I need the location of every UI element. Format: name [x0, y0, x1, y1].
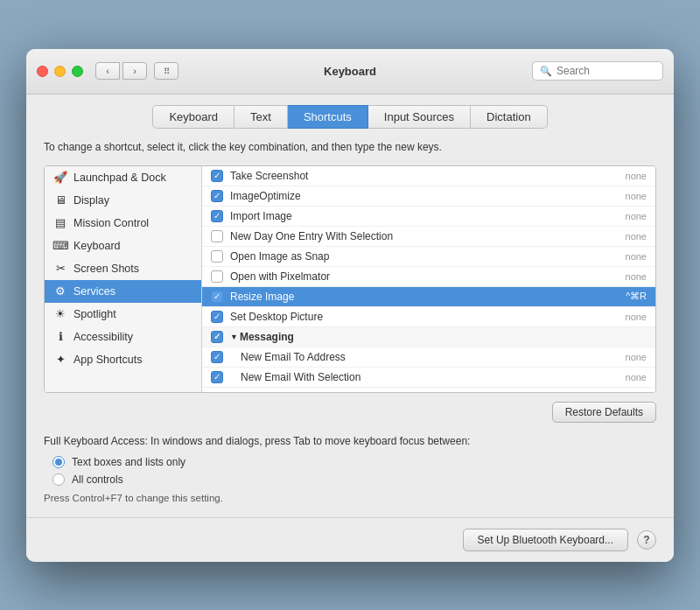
keyboard-icon: ⌨ [53, 239, 67, 253]
sidebar-label-app-shortcuts: App Shortcuts [74, 354, 143, 366]
sidebar-item-app-shortcuts[interactable]: ✦ App Shortcuts [45, 348, 201, 371]
shortcut-key-take-screenshot: none [626, 171, 647, 181]
radio-all-controls-circle [52, 473, 65, 486]
tab-text[interactable]: Text [234, 105, 288, 129]
shortcut-key-open-image-snap: none [626, 251, 647, 262]
bluetooth-button[interactable]: Set Up Bluetooth Keyboard... [463, 529, 628, 551]
shortcut-row-set-desktop[interactable]: ✓ Set Desktop Picture none [202, 307, 655, 327]
instruction-text: To change a shortcut, select it, click t… [44, 141, 656, 153]
shortcut-name-messaging: Messaging [240, 331, 647, 343]
full-keyboard-section: Full Keyboard Access: In windows and dia… [44, 435, 656, 503]
bottom-bar: Set Up Bluetooth Keyboard... ? [26, 517, 674, 562]
shortcut-row-resize-image[interactable]: ✓ Resize Image ^⌘R [202, 287, 655, 307]
checkbox-set-desktop[interactable]: ✓ [211, 311, 223, 323]
sidebar-item-services[interactable]: ⚙ Services [45, 280, 201, 303]
sidebar-label-keyboard: Keyboard [74, 240, 121, 252]
checkbox-image-optimize[interactable]: ✓ [211, 190, 223, 202]
checkbox-new-email-address[interactable]: ✓ [211, 351, 223, 363]
mission-control-icon: ▤ [53, 216, 67, 230]
shortcut-key-new-day-one: none [626, 231, 647, 242]
shortcut-key-import-image: none [626, 211, 647, 221]
radio-text-boxes-label: Text boxes and lists only [72, 456, 186, 468]
shortcut-key-resize-image: ^⌘R [626, 291, 647, 302]
search-icon: 🔍 [540, 66, 552, 77]
back-button[interactable]: ‹ [95, 62, 120, 80]
shortcut-row-open-pixelmator[interactable]: Open with Pixelmator none [202, 267, 655, 287]
sidebar-label-spotlight: Spotlight [74, 308, 116, 320]
help-button[interactable]: ? [637, 530, 656, 550]
sidebar-label-launchpad: Launchpad & Dock [74, 172, 166, 184]
shortcut-name-open-image-snap: Open Image as Snap [230, 250, 626, 263]
checkbox-open-pixelmator[interactable] [211, 270, 223, 283]
tab-dictation[interactable]: Dictation [471, 105, 548, 129]
tab-input-sources[interactable]: Input Sources [368, 105, 471, 129]
radio-group: Text boxes and lists only All controls [52, 456, 656, 486]
display-icon: 🖥 [53, 193, 67, 207]
sidebar: 🚀 Launchpad & Dock 🖥 Display ▤ Mission C… [45, 166, 202, 392]
shortcut-row-open-image-snap[interactable]: Open Image as Snap none [202, 247, 655, 267]
shortcut-key-new-email-selection: none [626, 372, 647, 382]
shortcut-row-messaging[interactable]: ✓ ▼ Messaging [202, 327, 655, 347]
sidebar-item-launchpad[interactable]: 🚀 Launchpad & Dock [45, 166, 201, 189]
shortcut-row-new-email-address[interactable]: ✓ New Email To Address none [202, 347, 655, 368]
forward-button[interactable]: › [122, 62, 147, 80]
radio-all-controls[interactable]: All controls [52, 473, 656, 486]
tab-shortcuts[interactable]: Shortcuts [288, 105, 368, 129]
shortcut-list: ✓ Take Screenshot none ✓ ImageOptimize n… [202, 166, 655, 392]
sidebar-item-display[interactable]: 🖥 Display [45, 189, 201, 212]
radio-text-boxes-circle [52, 456, 65, 468]
back-icon: ‹ [106, 66, 109, 76]
nav-buttons: ‹ › [95, 62, 147, 80]
window-title: Keyboard [324, 65, 376, 78]
search-input[interactable] [556, 65, 655, 77]
screenshots-icon: ✂ [53, 262, 67, 276]
sidebar-label-screenshots: Screen Shots [74, 263, 139, 275]
radio-all-controls-label: All controls [72, 473, 123, 486]
shortcut-name-new-email-address: New Email To Address [230, 351, 626, 363]
spotlight-icon: ☀ [53, 307, 67, 321]
shortcut-row-new-email-selection[interactable]: ✓ New Email With Selection none [202, 368, 655, 388]
accessibility-icon: ℹ [53, 330, 67, 344]
shortcut-key-set-desktop: none [626, 312, 647, 322]
shortcut-name-new-day-one: New Day One Entry With Selection [230, 230, 626, 242]
minimize-button[interactable] [54, 66, 66, 77]
sidebar-label-display: Display [74, 194, 109, 207]
search-bar[interactable]: 🔍 [532, 61, 663, 81]
tabs-bar: Keyboard Text Shortcuts Input Sources Di… [26, 95, 674, 129]
tab-keyboard[interactable]: Keyboard [152, 105, 234, 129]
checkbox-new-email-selection[interactable]: ✓ [211, 371, 223, 383]
control-note: Press Control+F7 to change this setting. [44, 493, 656, 503]
main-area: 🚀 Launchpad & Dock 🖥 Display ▤ Mission C… [44, 165, 656, 393]
shortcut-row-image-optimize[interactable]: ✓ ImageOptimize none [202, 186, 655, 207]
shortcut-name-resize-image: Resize Image [230, 291, 626, 303]
shortcut-row-import-image[interactable]: ✓ Import Image none [202, 207, 655, 227]
sidebar-item-accessibility[interactable]: ℹ Accessibility [45, 326, 201, 348]
sidebar-item-keyboard[interactable]: ⌨ Keyboard [45, 235, 201, 257]
shortcut-name-import-image: Import Image [230, 210, 626, 222]
shortcut-row-new-day-one[interactable]: New Day One Entry With Selection none [202, 227, 655, 247]
sidebar-label-mission-control: Mission Control [74, 217, 149, 229]
maximize-button[interactable] [72, 66, 83, 77]
radio-text-boxes[interactable]: Text boxes and lists only [52, 456, 656, 468]
checkbox-messaging[interactable]: ✓ [211, 331, 223, 343]
checkbox-resize-image[interactable]: ✓ [211, 291, 223, 303]
sidebar-item-screenshots[interactable]: ✂ Screen Shots [45, 257, 201, 280]
traffic-lights [37, 66, 83, 77]
sidebar-label-accessibility: Accessibility [74, 331, 133, 343]
close-button[interactable] [37, 66, 48, 77]
grid-button[interactable]: ⠿ [154, 62, 178, 80]
full-keyboard-label: Full Keyboard Access: In windows and dia… [44, 435, 656, 447]
sidebar-label-services: Services [74, 285, 116, 298]
checkbox-take-screenshot[interactable]: ✓ [211, 170, 223, 182]
shortcut-name-image-optimize: ImageOptimize [230, 190, 626, 202]
shortcut-name-open-pixelmator: Open with Pixelmator [230, 270, 626, 283]
checkbox-import-image[interactable]: ✓ [211, 210, 223, 222]
services-icon: ⚙ [53, 284, 67, 298]
shortcut-row-take-screenshot[interactable]: ✓ Take Screenshot none [202, 166, 655, 186]
checkbox-new-day-one[interactable] [211, 230, 223, 242]
checkbox-open-image-snap[interactable] [211, 250, 223, 263]
restore-defaults-button[interactable]: Restore Defaults [552, 402, 656, 423]
shortcut-name-set-desktop: Set Desktop Picture [230, 311, 626, 323]
sidebar-item-spotlight[interactable]: ☀ Spotlight [45, 303, 201, 326]
sidebar-item-mission-control[interactable]: ▤ Mission Control [45, 212, 201, 235]
